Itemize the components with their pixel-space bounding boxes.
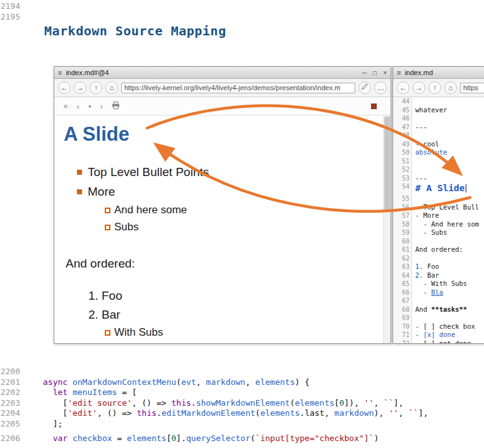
source-line-text[interactable]: - And here som [412,220,484,229]
source-line-text[interactable]: 2. Bar [412,271,484,280]
code-line[interactable]: 2206 var checkbox = elements[0].querySel… [0,433,484,444]
source-line[interactable]: 45whatever [393,106,484,115]
source-line-text[interactable]: 1. Foo [412,262,484,271]
source-line[interactable]: 49- cool [393,140,484,149]
source-line-text[interactable]: absolute [412,148,484,157]
print-button[interactable] [112,102,120,111]
slide-dot-icon[interactable]: ● [88,103,91,109]
source-line[interactable]: 71- [x] done [393,331,484,339]
source-line-text[interactable]: - [ ] not done [412,339,484,344]
source-line[interactable]: 56- Top Level Bull [393,203,484,212]
source-line-text[interactable]: # A Slide [412,182,484,194]
source-line[interactable]: 61And ordered: [393,245,484,254]
source-line-text[interactable]: - Bla [412,288,484,297]
source-line[interactable]: 47--- [393,123,484,132]
back-button[interactable]: ← [397,81,410,94]
window-menu-icon[interactable]: ≡ [397,69,401,76]
forward-button[interactable]: → [74,81,86,94]
code-line-text[interactable]: let menuItems = [ [20,387,137,398]
up-button[interactable]: ↑ [428,81,441,94]
minimize-icon[interactable]: ─ [362,68,367,78]
source-line[interactable]: 54# A Slide [393,182,484,194]
source-line-text[interactable]: - Subs [412,228,484,237]
scrollbar-thumb[interactable] [384,117,390,211]
source-line[interactable]: 51 [393,157,484,166]
source-line[interactable]: 642. Bar [393,271,484,280]
source-line-text[interactable]: - Top Level Bull [412,203,484,212]
source-line[interactable]: 59 - Subs [393,228,484,237]
source-line-text[interactable]: - With Subs [412,280,484,288]
source-line[interactable]: 53--- [393,174,484,183]
source-line[interactable]: 65 - With Subs [393,280,484,288]
source-line-text[interactable]: whatever [412,106,484,115]
source-line[interactable]: 52 [393,165,484,174]
source-line-text[interactable] [412,237,484,246]
source-lines[interactable]: 4445whatever4647---4849- cool50absolute5… [393,97,484,343]
source-line[interactable]: 57- More [393,211,484,220]
source-line[interactable]: 60 [393,237,484,246]
home-button[interactable]: ⌂ [105,81,118,94]
more-button[interactable]: … [374,81,387,94]
code-line-text[interactable] [20,367,43,377]
source-line-text[interactable]: - More [412,211,484,220]
source-line-text[interactable]: --- [412,123,484,132]
url-field[interactable] [460,83,484,93]
code-editor-area[interactable]: 22002201async onMarkdownContextMenu(evt,… [0,367,484,444]
source-line-text[interactable]: And **tasks** [412,305,484,314]
source-line-text[interactable] [412,157,484,166]
source-line-text[interactable] [412,97,484,106]
edit-button[interactable] [358,81,371,94]
source-line[interactable]: 58 - And here som [393,220,484,229]
code-line[interactable]: 2200 [0,367,484,377]
source-line[interactable]: 66 - Bla [393,288,484,297]
code-line[interactable]: 2202 let menuItems = [ [0,387,484,398]
source-line[interactable]: 70- [ ] check box [393,322,484,331]
stop-icon[interactable]: × [63,102,68,111]
source-line[interactable]: 50absolute [393,148,484,157]
source-line-text[interactable]: - cool [412,140,484,149]
source-line[interactable]: 46 [393,114,484,123]
prev-slide-icon[interactable]: ‹ [77,102,80,111]
back-button[interactable]: ← [58,81,71,94]
maximize-icon[interactable]: □ [373,68,377,78]
source-line[interactable]: 44 [393,97,484,106]
next-slide-icon[interactable]: › [100,102,103,111]
up-button[interactable]: ↑ [90,81,102,94]
source-line[interactable]: 68And **tasks** [393,305,484,314]
source-line[interactable]: 67 [393,297,484,305]
source-line-text[interactable]: --- [412,174,484,183]
code-line[interactable]: 2205 ]; [0,419,484,430]
source-line-text[interactable] [412,194,484,203]
code-line-text[interactable]: ['edit', () => this.editMarkdownElement(… [20,408,428,419]
source-line[interactable]: 72- [ ] not done [393,339,484,344]
source-line-text[interactable] [412,131,484,140]
source-line-text[interactable]: - [ ] check box [412,322,484,331]
source-editor-content[interactable]: 4445whatever4647---4849- cool50absolute5… [393,97,484,343]
forward-button[interactable]: → [413,81,425,94]
source-line[interactable]: 48 [393,131,484,140]
source-line-text[interactable] [412,314,484,322]
source-line-text[interactable] [412,165,484,174]
source-line-text[interactable] [412,114,484,123]
source-line-text[interactable] [412,297,484,305]
code-line-text[interactable]: ['edit source', () => this.showMarkdownE… [20,398,403,409]
presentation-window-titlebar[interactable]: ≡ index.md#@4 ─ □ × [54,67,391,79]
window-menu-icon[interactable]: ≡ [58,69,62,76]
close-icon[interactable]: × [383,68,387,78]
source-line-text[interactable] [412,254,484,263]
source-line-text[interactable]: - [x] done [412,331,484,339]
home-button[interactable]: ⌂ [444,81,457,94]
code-line-text[interactable]: var checkbox = elements[0].querySelector… [20,433,379,444]
source-line-text[interactable]: And ordered: [412,245,484,254]
source-line[interactable]: 69 [393,314,484,322]
scrollbar[interactable] [383,115,391,343]
url-field[interactable] [121,83,355,93]
code-line-text[interactable]: async onMarkdownContextMenu(evt, markdow… [20,377,310,388]
code-line[interactable]: 2204 ['edit', () => this.editMarkdownEle… [0,408,484,419]
source-line[interactable]: 62 [393,254,484,263]
code-line-text[interactable]: ]; [20,419,62,430]
source-line[interactable]: 55 [393,194,484,203]
source-window-titlebar[interactable]: ≡ index.md [393,67,484,79]
source-line[interactable]: 631. Foo [393,262,484,271]
code-line[interactable]: 2203 ['edit source', () => this.showMark… [0,398,484,409]
